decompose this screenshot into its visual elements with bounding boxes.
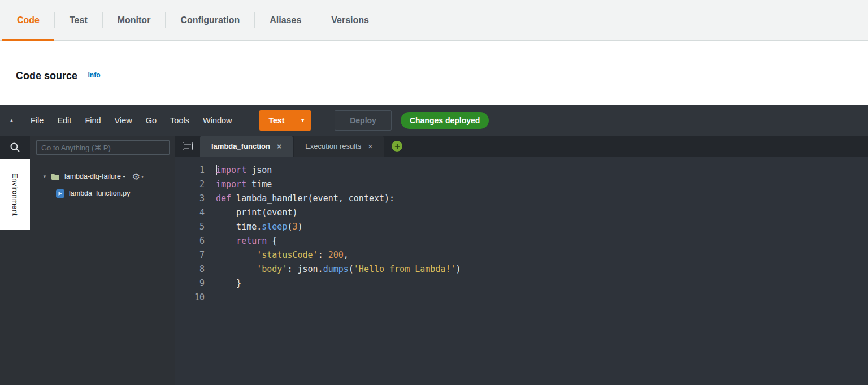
menu-go[interactable]: Go — [139, 116, 163, 125]
line-number: 5 — [175, 220, 205, 234]
code-line: 9 } — [175, 276, 868, 291]
folder-label: lambda-dlq-failure - — [64, 172, 125, 180]
code-line: 8 'body': json.dumps('Hello from Lambda!… — [175, 262, 868, 276]
tree-file-row[interactable]: lambda_function.py — [30, 187, 175, 200]
code-token: 'Hello from Lambda!' — [354, 264, 456, 274]
code-editor[interactable]: 1import json2import time3def lambda_hand… — [175, 157, 868, 385]
code-token: 'statusCode' — [257, 250, 318, 260]
code-token: , — [344, 250, 349, 260]
file-label: lambda_function.py — [69, 189, 130, 197]
line-number: 10 — [175, 291, 205, 305]
editor-tab-lambda_function[interactable]: lambda_function× — [200, 136, 293, 157]
code-line-text — [205, 291, 216, 305]
collapse-editor-icon[interactable]: ▲ — [9, 118, 24, 123]
code-line: 2import time — [175, 178, 868, 192]
code-token: def — [216, 193, 231, 204]
code-line-text: return { — [205, 234, 277, 248]
code-token: time. — [216, 222, 262, 232]
editor-tabs: lambda_function×Execution results× — [200, 136, 385, 157]
code-line-text: } — [205, 276, 241, 291]
goto-anything-input[interactable] — [36, 140, 170, 155]
code-token: ) — [455, 264, 461, 274]
code-lines: 1import json2import time3def lambda_hand… — [175, 163, 868, 305]
code-token — [216, 250, 257, 260]
menu-file[interactable]: File — [24, 116, 50, 125]
folder-icon — [51, 173, 60, 180]
code-token: : — [318, 250, 328, 260]
line-number: 3 — [175, 192, 205, 206]
close-tab-icon[interactable]: × — [277, 142, 281, 151]
line-number: 4 — [175, 206, 205, 220]
code-line: 5 time.sleep(3) — [175, 220, 868, 234]
code-token: { — [267, 236, 277, 246]
code-token — [216, 236, 236, 246]
code-token: ( — [349, 264, 354, 274]
line-number: 7 — [175, 248, 205, 262]
code-line: 1import json — [175, 163, 868, 178]
code-token: time — [246, 179, 272, 189]
environment-tab-label: Environment — [11, 173, 19, 216]
info-link[interactable]: Info — [88, 71, 100, 79]
editor-tab-strip: lambda_function×Execution results× + — [175, 136, 868, 157]
editor-tab-label: lambda_function — [211, 142, 270, 150]
tab-versions[interactable]: Versions — [316, 0, 384, 40]
code-line-text: def lambda_handler(event, context): — [205, 192, 394, 206]
ide-menu-bar: ▲ FileEditFindViewGoToolsWindow Test ▼ D… — [0, 105, 868, 136]
test-button[interactable]: Test ▼ — [259, 110, 311, 131]
code-token: 'body' — [257, 264, 287, 274]
code-token: 3 — [292, 222, 297, 232]
menu-view[interactable]: View — [108, 116, 139, 125]
line-number: 9 — [175, 276, 205, 291]
line-number: 2 — [175, 178, 205, 192]
editor-tab-execution-results[interactable]: Execution results× — [294, 136, 384, 157]
code-line-text: print(event) — [205, 206, 298, 220]
code-line-text: 'body': json.dumps('Hello from Lambda!') — [205, 262, 461, 276]
code-line: 10 — [175, 291, 868, 305]
code-token: json — [246, 165, 272, 175]
menu-window[interactable]: Window — [196, 116, 239, 125]
new-tab-button[interactable]: + — [392, 141, 402, 152]
ide-menus: FileEditFindViewGoToolsWindow — [24, 116, 239, 125]
code-line: 3def lambda_handler(event, context): — [175, 192, 868, 206]
ide-panel: ▲ FileEditFindViewGoToolsWindow Test ▼ D… — [0, 105, 868, 385]
code-token: print(event) — [216, 207, 298, 218]
lambda-console-page: CodeTestMonitorConfigurationAliasesVersi… — [0, 0, 868, 385]
code-token: sleep — [262, 222, 287, 232]
tree-folder-row[interactable]: ▼ lambda-dlq-failure - ⚙▾ — [30, 170, 175, 183]
tab-monitor[interactable]: Monitor — [103, 0, 166, 40]
tab-test[interactable]: Test — [55, 0, 102, 40]
code-line-text: import time — [205, 178, 272, 192]
close-tab-icon[interactable]: × — [368, 142, 372, 151]
tree-expand-caret-icon[interactable]: ▼ — [42, 174, 47, 179]
editor-tab-label: Execution results — [305, 142, 361, 150]
code-token: 200 — [328, 250, 344, 260]
folder-settings-gear-icon[interactable]: ⚙▾ — [132, 171, 144, 182]
line-number: 1 — [175, 163, 205, 178]
tab-aliases[interactable]: Aliases — [255, 0, 316, 40]
line-number: 6 — [175, 234, 205, 248]
code-line-text: 'statusCode': 200, — [205, 248, 349, 262]
deploy-button[interactable]: Deploy — [335, 110, 392, 131]
top-tab-bar: CodeTestMonitorConfigurationAliasesVersi… — [0, 0, 868, 41]
code-line-text: time.sleep(3) — [205, 220, 303, 234]
file-tree: ▼ lambda-dlq-failure - ⚙▾ lambda_functio… — [30, 170, 175, 200]
changes-deployed-badge: Changes deployed — [401, 112, 489, 129]
environment-tab[interactable]: Environment — [0, 159, 30, 230]
code-token: return — [236, 236, 267, 246]
tab-code[interactable]: Code — [2, 0, 54, 40]
menu-tools[interactable]: Tools — [163, 116, 196, 125]
left-icon-strip: Environment — [0, 136, 30, 385]
menu-find[interactable]: Find — [78, 116, 107, 125]
code-line-text: import json — [205, 163, 272, 178]
code-token: } — [216, 278, 241, 288]
menu-edit[interactable]: Edit — [50, 116, 78, 125]
file-tree-panel: ▼ lambda-dlq-failure - ⚙▾ lambda_functio… — [30, 136, 175, 385]
tab-list-icon[interactable] — [175, 136, 200, 157]
code-line: 4 print(event) — [175, 206, 868, 220]
tab-configuration[interactable]: Configuration — [166, 0, 254, 40]
page-title: Code source — [16, 70, 77, 81]
code-token — [216, 264, 257, 274]
code-source-section: Code source Info — [0, 41, 868, 105]
search-button[interactable] — [0, 136, 30, 159]
test-dropdown-caret-icon[interactable]: ▼ — [294, 118, 311, 123]
